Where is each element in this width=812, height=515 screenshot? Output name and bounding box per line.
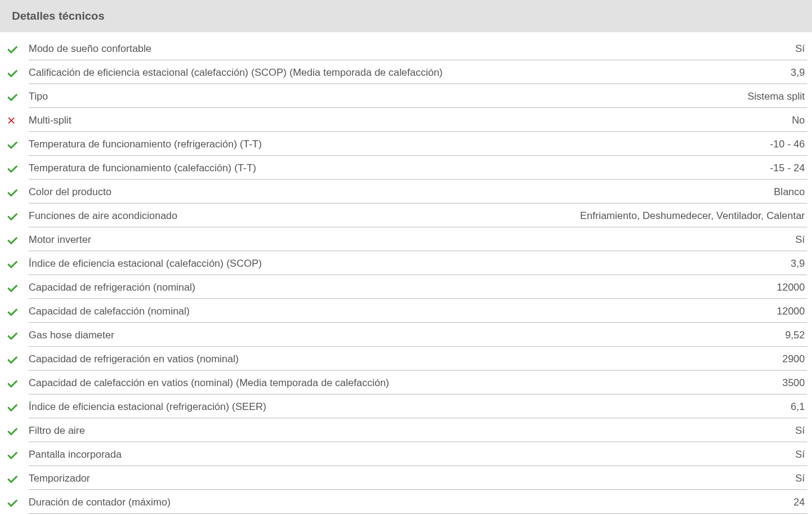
spec-label: Temporizador (29, 473, 90, 485)
spec-row: Motor inverterSí (5, 228, 807, 252)
spec-status-icon-cell (5, 448, 29, 461)
check-icon (6, 66, 19, 79)
check-icon (6, 281, 19, 294)
spec-row: Funciones de aire acondicionadoEnfriamie… (5, 204, 807, 228)
spec-text-cell: Duración de contador (máximo)24 (29, 492, 807, 514)
spec-row: Capacidad de calefacción (nominal)12000 (5, 300, 807, 323)
spec-value: -15 - 24 (770, 162, 805, 174)
check-icon (6, 90, 19, 103)
spec-status-icon-cell (5, 233, 29, 246)
spec-row: Color del productoBlanco (5, 180, 807, 204)
check-icon (6, 42, 19, 55)
spec-label: Multi-split (29, 115, 72, 127)
spec-status-icon-cell (5, 186, 29, 199)
spec-value: 9,52 (785, 329, 805, 341)
spec-text-cell: Temperatura de funcionamiento (calefacci… (29, 158, 807, 180)
check-icon (6, 448, 19, 461)
spec-value: Sí (795, 43, 805, 55)
spec-value: No (792, 115, 805, 127)
spec-value: -10 - 46 (770, 138, 805, 150)
spec-value: 3,9 (791, 258, 805, 270)
check-icon (6, 138, 19, 151)
spec-row: Multi-splitNo (5, 109, 807, 132)
check-icon (6, 353, 19, 366)
spec-label: Temperatura de funcionamiento (refrigera… (29, 138, 262, 150)
spec-row: Pantalla incorporadaSí (5, 443, 807, 467)
spec-text-cell: Calificación de eficiencia estacional (c… (29, 62, 807, 84)
spec-row: Índice de eficiencia estacional (calefac… (5, 252, 807, 276)
spec-status-icon-cell (5, 281, 29, 294)
spec-label: Filtro de aire (29, 425, 85, 437)
spec-text-cell: Pantalla incorporadaSí (29, 444, 807, 466)
spec-value: Sí (795, 425, 805, 437)
spec-status-icon-cell (5, 90, 29, 103)
check-icon (6, 496, 19, 509)
spec-row: Temperatura de funcionamiento (calefacci… (5, 156, 807, 180)
spec-text-cell: Filtro de aireSí (29, 420, 807, 442)
spec-label: Temperatura de funcionamiento (calefacci… (29, 162, 256, 174)
cross-icon (6, 115, 17, 126)
check-icon (6, 233, 19, 246)
spec-text-cell: Índice de eficiencia estacional (refrige… (29, 396, 807, 418)
spec-status-icon-cell (5, 115, 29, 126)
spec-status-icon-cell (5, 257, 29, 270)
spec-label: Tipo (29, 91, 48, 103)
spec-label: Capacidad de refrigeración en vatios (no… (29, 353, 238, 365)
spec-row: Capacidad de refrigeración (nominal)1200… (5, 276, 807, 300)
spec-status-icon-cell (5, 400, 29, 414)
spec-text-cell: Modo de sueño confortableSí (29, 38, 807, 60)
spec-row: Índice de eficiencia estacional (refrige… (5, 395, 807, 419)
spec-label: Capacidad de calefacción en vatios (nomi… (29, 377, 389, 389)
spec-value: 2900 (782, 353, 805, 365)
spec-text-cell: Índice de eficiencia estacional (calefac… (29, 253, 807, 275)
spec-label: Índice de eficiencia estacional (refrige… (29, 401, 266, 413)
tech-specs-container: Detalles técnicos Modo de sueño conforta… (0, 0, 812, 514)
spec-list: Modo de sueño confortableSíCalificación … (0, 32, 812, 514)
spec-text-cell: Capacidad de refrigeración en vatios (no… (29, 349, 807, 371)
spec-text-cell: TemporizadorSí (29, 468, 807, 490)
spec-row: Gas hose diameter9,52 (5, 323, 807, 347)
check-icon (6, 186, 19, 199)
spec-value: 24 (794, 497, 805, 508)
spec-status-icon-cell (5, 66, 29, 79)
spec-status-icon-cell (5, 42, 29, 55)
section-title: Detalles técnicos (12, 10, 104, 22)
spec-value: Enfriamiento, Deshumedecer, Ventilador, … (580, 210, 805, 222)
check-icon (6, 377, 19, 390)
check-icon (6, 209, 19, 223)
spec-row: Modo de sueño confortableSí (5, 37, 807, 61)
spec-text-cell: Temperatura de funcionamiento (refrigera… (29, 134, 807, 156)
spec-value: 6,1 (791, 401, 805, 413)
spec-value: Sistema split (748, 91, 805, 103)
spec-status-icon-cell (5, 424, 29, 437)
spec-status-icon-cell (5, 162, 29, 175)
spec-text-cell: Gas hose diameter9,52 (29, 325, 807, 347)
spec-label: Índice de eficiencia estacional (calefac… (29, 258, 262, 270)
check-icon (6, 329, 19, 342)
spec-status-icon-cell (5, 209, 29, 223)
spec-text-cell: Motor inverterSí (29, 229, 807, 251)
check-icon (6, 305, 19, 318)
spec-text-cell: Multi-splitNo (29, 110, 807, 132)
spec-label: Calificación de eficiencia estacional (c… (29, 67, 443, 79)
spec-row: TemporizadorSí (5, 467, 807, 491)
spec-status-icon-cell (5, 353, 29, 366)
spec-text-cell: Capacidad de refrigeración (nominal)1200… (29, 277, 807, 299)
spec-row: Duración de contador (máximo)24 (5, 491, 807, 514)
section-header: Detalles técnicos (0, 0, 812, 32)
spec-row: Capacidad de refrigeración en vatios (no… (5, 347, 807, 371)
spec-text-cell: Color del productoBlanco (29, 181, 807, 203)
spec-label: Duración de contador (máximo) (29, 497, 171, 508)
spec-label: Gas hose diameter (29, 329, 114, 341)
spec-label: Modo de sueño confortable (29, 43, 151, 55)
spec-status-icon-cell (5, 472, 29, 485)
spec-status-icon-cell (5, 138, 29, 151)
spec-value: Blanco (774, 186, 805, 198)
spec-row: Filtro de aireSí (5, 419, 807, 443)
spec-value: 12000 (777, 306, 805, 317)
spec-label: Capacidad de calefacción (nominal) (29, 306, 190, 317)
spec-row: Temperatura de funcionamiento (refrigera… (5, 132, 807, 156)
check-icon (6, 472, 19, 485)
spec-label: Color del producto (29, 186, 111, 198)
spec-row: TipoSistema split (5, 85, 807, 109)
